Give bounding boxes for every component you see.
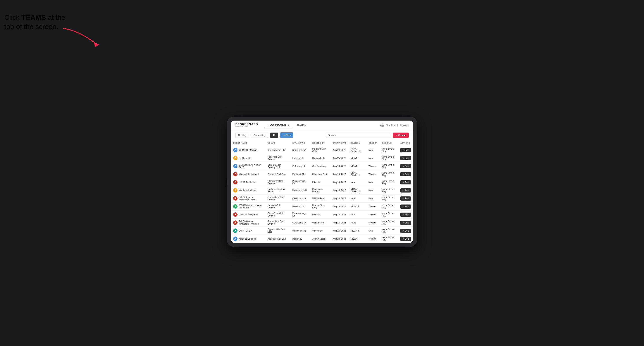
- table-row: Maverick Invitational Faribault Golf Clu…: [231, 170, 413, 178]
- instruction-text: Click TEAMS at thetop of the screen.: [4, 13, 65, 31]
- event-icon: [233, 172, 238, 176]
- svg-point-13: [235, 238, 236, 239]
- cell-hosted-by: Pikeville: [310, 178, 331, 186]
- cell-actions: ✏ Edit: [398, 194, 413, 202]
- logo-text: SCOREBOARD: [235, 123, 258, 126]
- create-button[interactable]: + Create: [393, 133, 409, 138]
- search-box: [326, 133, 391, 138]
- cell-gender: Men: [366, 178, 380, 186]
- filter-icon: ☰: [282, 134, 285, 137]
- cell-scoring: team, Stroke Play: [380, 178, 398, 186]
- event-icon: [233, 148, 238, 152]
- table-row: Fall Statesmen Invitational - Women Edmu…: [231, 219, 413, 227]
- table-row: upike fall invitational StoneCrest Golf …: [231, 211, 413, 219]
- edit-button[interactable]: ✏ Edit: [400, 188, 411, 192]
- svg-point-1: [382, 125, 383, 126]
- user-info: Test User |: [386, 124, 398, 127]
- cell-venue: Faribault Golf Club: [266, 170, 290, 178]
- header-right: Test User | Sign out: [380, 123, 409, 127]
- cell-scoring: team, Stroke Play: [380, 235, 398, 243]
- cell-gender: Women: [366, 202, 380, 211]
- table-header-row: EVENT NAME VENUE CITY, STATE HOSTED BY S…: [231, 140, 413, 146]
- svg-point-12: [235, 230, 236, 231]
- edit-button[interactable]: ✏ Edit: [400, 172, 411, 176]
- event-name: Maverick Invitational: [239, 173, 259, 175]
- hosting-button[interactable]: Hosting: [235, 133, 249, 138]
- cell-venue: Hesston Golf Course: [266, 202, 290, 211]
- edit-button[interactable]: ✏ Edit: [400, 221, 411, 225]
- cell-scoring: team, Stroke Play: [380, 162, 398, 170]
- competing-button[interactable]: Competing: [251, 133, 268, 138]
- cell-scoring: team, Stroke Play: [380, 227, 398, 235]
- cell-gender: Women: [366, 219, 380, 227]
- toolbar: Hosting Competing All ☰ Filter + Create: [231, 130, 413, 140]
- gear-icon[interactable]: [380, 123, 384, 127]
- event-icon: [233, 212, 238, 217]
- cell-city-state: Freeport, IL: [290, 154, 310, 162]
- cell-gender: Women: [366, 162, 380, 170]
- cell-actions: ✏ Edit: [398, 235, 413, 243]
- svg-point-6: [235, 181, 236, 182]
- cell-hosted-by: Pikeville: [310, 211, 331, 219]
- edit-button[interactable]: ✏ Edit: [400, 148, 411, 152]
- svg-point-11: [235, 222, 236, 223]
- edit-button[interactable]: ✏ Edit: [400, 156, 411, 160]
- event-name: Fall Statesmen Invitational - Women: [239, 220, 263, 225]
- edit-button[interactable]: ✏ Edit: [400, 196, 411, 200]
- cell-city-state: Deerwood, MN: [290, 186, 310, 194]
- edit-button[interactable]: ✏ Edit: [400, 164, 411, 168]
- signout-link[interactable]: Sign out: [400, 124, 409, 127]
- event-name: UPIKE Fall Invite: [239, 181, 256, 183]
- svg-point-3: [235, 157, 236, 158]
- tab-teams[interactable]: TEAMS: [293, 122, 310, 128]
- col-start-date: START DATE: [331, 140, 348, 146]
- svg-point-10: [235, 214, 236, 215]
- svg-point-5: [235, 173, 236, 174]
- nav-tabs: TOURNAMENTS TEAMS: [264, 122, 380, 128]
- cell-actions: ✏ Edit: [398, 154, 413, 162]
- cell-event-name: Highland 36: [231, 154, 266, 162]
- cell-scoring: team, Stroke Play: [380, 202, 398, 211]
- cell-hosted-by: Carl Sandburg: [310, 162, 331, 170]
- cell-event-name: Fall Statesmen Invitational - Men: [231, 194, 266, 202]
- logo-area: SCOREBOARD Powered by Clippi: [235, 123, 258, 127]
- cell-hosted-by: John A Logan: [310, 235, 331, 243]
- table-row: Morris Invitational Ruttger's Bay Lake R…: [231, 186, 413, 194]
- edit-button[interactable]: ✏ Edit: [400, 237, 411, 241]
- tablet-frame: SCOREBOARD Powered by Clippi TOURNAMENTS…: [227, 117, 417, 247]
- cell-venue: Edmundson Golf Course: [266, 219, 290, 227]
- cell-start-date: Aug 28, 2023: [331, 194, 348, 202]
- cell-start-date: Aug 28, 2023: [331, 186, 348, 194]
- cell-division: NICAA I: [348, 235, 366, 243]
- table-row: Carl Sandburg Women FA23 Lake Bracken Co…: [231, 162, 413, 170]
- cell-event-name: upike fall invitational: [231, 211, 266, 219]
- cell-city-state: Faribault, MN: [290, 170, 310, 178]
- event-name: VU PREVIEW: [239, 230, 252, 232]
- edit-button[interactable]: ✏ Edit: [400, 213, 411, 217]
- cell-division: NICAA II: [348, 227, 366, 235]
- cell-venue: Park Hills Golf Course: [266, 154, 290, 162]
- edit-button[interactable]: ✏ Edit: [400, 204, 411, 209]
- logo-sub: Powered by Clippi: [235, 126, 258, 127]
- cell-actions: ✏ Edit: [398, 202, 413, 211]
- cell-hosted-by: Minnesota-Morris: [310, 186, 331, 194]
- filter-button[interactable]: ☰ Filter: [280, 132, 293, 138]
- event-name: MSMC Qualifying 1: [239, 149, 258, 151]
- cell-actions: ✏ Edit: [398, 178, 413, 186]
- cell-start-date: Aug 28, 2023: [331, 202, 348, 211]
- cell-division: NICAA I: [348, 162, 366, 170]
- cell-city-state: Galesburg, IL: [290, 162, 310, 170]
- instruction-bold: TEAMS: [22, 13, 46, 21]
- edit-button[interactable]: ✏ Edit: [400, 229, 411, 233]
- edit-button[interactable]: ✏ Edit: [400, 180, 411, 184]
- search-input[interactable]: [326, 133, 391, 138]
- cell-venue: StoneCrest Golf Course: [266, 211, 290, 219]
- cell-division: NAIA: [348, 178, 366, 186]
- cell-gender: Men: [366, 154, 380, 162]
- tab-tournaments[interactable]: TOURNAMENTS: [264, 122, 293, 128]
- svg-point-2: [235, 149, 236, 150]
- col-actions: ACTIONS: [398, 140, 413, 146]
- svg-point-8: [235, 197, 236, 199]
- all-button[interactable]: All: [270, 133, 278, 138]
- cell-city-state: Newburgh, NY: [290, 146, 310, 154]
